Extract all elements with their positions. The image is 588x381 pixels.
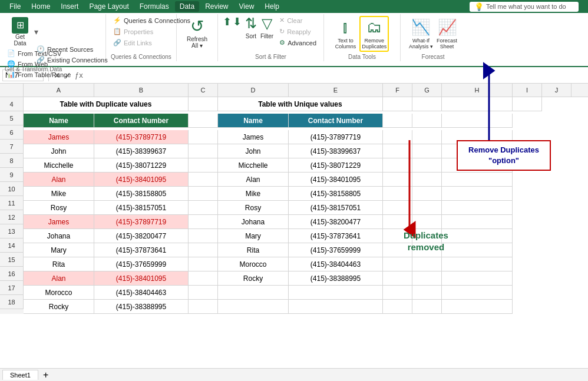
cell-G6[interactable]	[412, 130, 442, 144]
cell-E9[interactable]: (415)-38401095	[289, 173, 383, 187]
existing-connections-button[interactable]: 🔗Existing Connections	[34, 55, 110, 65]
cell-A14[interactable]: Mary	[24, 243, 94, 257]
menu-file[interactable]: File	[5, 1, 25, 12]
cell-A17[interactable]: Morocco	[24, 286, 94, 300]
cell-H4[interactable]	[442, 97, 513, 111]
cell-G9[interactable]	[412, 173, 442, 187]
row-header-4[interactable]: 4	[0, 97, 24, 111]
cell-F9[interactable]	[383, 173, 412, 187]
cell-A4[interactable]: Table with Duplicate values	[24, 97, 189, 111]
cell-G17[interactable]	[412, 286, 442, 300]
cell-F5[interactable]	[383, 114, 412, 128]
text-to-columns-button[interactable]: ⫿ Text toColumns	[335, 18, 356, 49]
cell-A10[interactable]: Mike	[24, 187, 94, 201]
cell-D15[interactable]: Morocco	[218, 257, 289, 271]
col-header-F[interactable]: F	[383, 84, 412, 97]
col-header-H[interactable]: H	[442, 84, 513, 97]
cell-B6[interactable]: (415)-37897719	[94, 130, 189, 144]
cell-H10[interactable]	[442, 187, 513, 201]
menu-data[interactable]: Data	[175, 1, 199, 12]
cell-H17[interactable]	[442, 286, 513, 300]
col-header-C[interactable]: C	[189, 84, 218, 97]
cell-D11[interactable]: Rosy	[218, 201, 289, 215]
cell-B9[interactable]: (415)-38401095	[94, 173, 189, 187]
cell-D12[interactable]: Johana	[218, 215, 289, 229]
cell-B12[interactable]: (415)-37897719	[94, 215, 189, 229]
row-header-12[interactable]: 12	[0, 210, 24, 224]
cell-H15[interactable]	[442, 257, 513, 271]
cell-C10[interactable]	[189, 187, 218, 201]
cell-C15[interactable]	[189, 257, 218, 271]
row-header-6[interactable]: 6	[0, 125, 24, 140]
cell-D4[interactable]: Table with Unique values	[218, 97, 383, 111]
formula-input[interactable]	[85, 71, 586, 79]
cell-F16[interactable]	[383, 271, 412, 286]
row-header-5[interactable]: 5	[0, 111, 24, 125]
menu-page-layout[interactable]: Page Layout	[84, 1, 133, 12]
cell-H16[interactable]	[442, 271, 513, 286]
cell-A5[interactable]: Name	[24, 114, 94, 128]
col-header-A[interactable]: A	[24, 84, 94, 97]
cell-F6[interactable]	[383, 130, 412, 144]
cell-G11[interactable]	[412, 201, 442, 215]
cell-B8[interactable]: (415)-38071229	[94, 158, 189, 173]
cell-E14[interactable]: (415)-37659999	[289, 243, 383, 257]
recent-sources-button[interactable]: 🕐Recent Sources	[34, 44, 110, 54]
clear-button[interactable]: ✕Clear	[277, 15, 319, 25]
cell-H14[interactable]	[442, 243, 513, 257]
cell-E13[interactable]: (415)-37873641	[289, 229, 383, 243]
cell-H11[interactable]	[442, 201, 513, 215]
cell-G12[interactable]	[412, 215, 442, 229]
row-header-10[interactable]: 10	[0, 182, 24, 196]
cell-G18[interactable]	[412, 300, 442, 314]
cell-G4[interactable]	[412, 97, 442, 111]
row-header-13[interactable]: 13	[0, 224, 24, 238]
cell-E6[interactable]: (415)-37897719	[289, 130, 383, 144]
cell-E12[interactable]: (415)-38200477	[289, 215, 383, 229]
cell-C13[interactable]	[189, 229, 218, 243]
row-header-17[interactable]: 17	[0, 281, 24, 295]
cell-D6[interactable]: James	[218, 130, 289, 144]
col-header-D[interactable]: D	[218, 84, 289, 97]
cell-E11[interactable]: (415)-38157051	[289, 201, 383, 215]
cell-A7[interactable]: John	[24, 144, 94, 158]
cell-C16[interactable]	[189, 271, 218, 286]
menu-view[interactable]: View	[234, 1, 259, 12]
cell-F11[interactable]	[383, 201, 412, 215]
edit-links-button[interactable]: 🔗Edit Links	[111, 38, 154, 48]
cell-F15[interactable]	[383, 257, 412, 271]
reapply-button[interactable]: ↻Reapply	[277, 26, 319, 37]
cell-E10[interactable]: (415)-38158805	[289, 187, 383, 201]
sort-az-button[interactable]: ⬆ ⬇	[223, 15, 242, 28]
refresh-button[interactable]: ↺ Refresh All ▾	[186, 15, 209, 50]
cell-C6[interactable]	[189, 130, 218, 144]
row-header-7[interactable]: 7	[0, 140, 24, 154]
cell-B7[interactable]: (415)-38399637	[94, 144, 189, 158]
cell-A18[interactable]: Rocky	[24, 300, 94, 314]
cell-C17[interactable]	[189, 286, 218, 300]
cell-C4[interactable]	[189, 97, 218, 111]
row-header-18[interactable]: 18	[0, 295, 24, 309]
cell-C18[interactable]	[189, 300, 218, 314]
cell-H13[interactable]	[442, 229, 513, 243]
cell-F8[interactable]	[383, 158, 412, 173]
advanced-button[interactable]: ⚙Advanced	[277, 38, 319, 48]
cell-A12[interactable]: James	[24, 215, 94, 229]
row-header-14[interactable]: 14	[0, 238, 24, 253]
row-header-15[interactable]: 15	[0, 253, 24, 267]
col-header-G[interactable]: G	[412, 84, 442, 97]
col-header-E[interactable]: E	[289, 84, 383, 97]
properties-button[interactable]: 📋Properties	[111, 26, 156, 37]
row-header-8[interactable]: 8	[0, 154, 24, 168]
cell-C12[interactable]	[189, 215, 218, 229]
cell-E5[interactable]: Contact Number	[289, 114, 383, 128]
cell-E17[interactable]	[289, 286, 383, 300]
cell-D7[interactable]: John	[218, 144, 289, 158]
cell-B17[interactable]: (415)-38404463	[94, 286, 189, 300]
cell-H9[interactable]	[442, 173, 513, 187]
forecast-sheet-button[interactable]: 📈 ForecastSheet	[437, 18, 457, 49]
cell-F12[interactable]	[383, 215, 412, 229]
cell-E15[interactable]: (415)-38404463	[289, 257, 383, 271]
cell-D17[interactable]	[218, 286, 289, 300]
row-header-16[interactable]: 16	[0, 267, 24, 281]
